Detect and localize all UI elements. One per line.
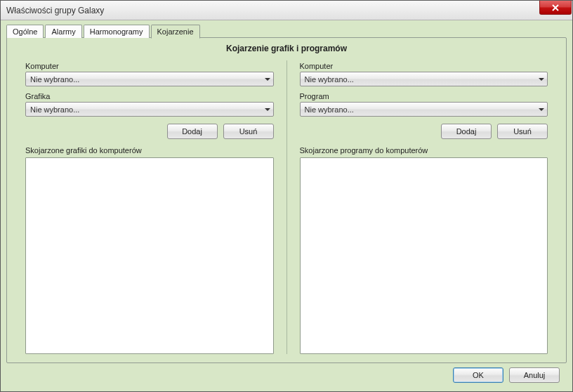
chevron-down-icon <box>265 78 270 81</box>
client-area: Ogólne Alarmy Harmonogramy Kojarzenie Ko… <box>1 20 572 391</box>
tab-label: Harmonogramy <box>90 27 143 36</box>
cancel-button[interactable]: Anuluj <box>509 367 560 383</box>
combo-value: Nie wybrano... <box>30 75 79 84</box>
right-komputer-label: Komputer <box>300 62 548 70</box>
close-icon <box>552 4 559 11</box>
combo-value: Nie wybrano... <box>305 105 354 114</box>
left-komputer-label: Komputer <box>25 62 274 70</box>
left-column: Komputer Nie wybrano... Grafika Nie wybr… <box>15 60 284 354</box>
column-divider <box>286 60 287 354</box>
right-button-row: Dodaj Usuń <box>300 124 548 139</box>
close-button[interactable] <box>539 1 572 15</box>
tab-label: Ogólne <box>13 27 37 36</box>
left-listbox[interactable] <box>25 157 274 354</box>
right-program-combo[interactable]: Nie wybrano... <box>300 102 548 117</box>
left-komputer-combo[interactable]: Nie wybrano... <box>25 72 274 86</box>
window-title: Właściwości grupy Galaxy <box>6 6 104 15</box>
titlebar: Właściwości grupy Galaxy <box>1 1 572 20</box>
right-program-label: Program <box>300 92 548 100</box>
left-button-row: Dodaj Usuń <box>25 124 274 139</box>
panel-title: Kojarzenie grafik i programów <box>15 44 558 53</box>
dialog-window: Właściwości grupy Galaxy Ogólne Alarmy H… <box>0 0 573 392</box>
left-grafika-label: Grafika <box>25 92 274 100</box>
right-list-label: Skojarzone programy do komputerów <box>300 146 548 155</box>
left-list-label: Skojarzone grafiki do komputerów <box>25 146 274 155</box>
tab-alarmy[interactable]: Alarmy <box>45 25 81 38</box>
tab-label: Alarmy <box>51 27 75 36</box>
tab-strip: Ogólne Alarmy Harmonogramy Kojarzenie <box>6 25 567 38</box>
right-remove-button[interactable]: Usuń <box>497 124 548 139</box>
chevron-down-icon <box>539 78 544 81</box>
tab-kojarzenie[interactable]: Kojarzenie <box>151 25 200 39</box>
right-komputer-combo[interactable]: Nie wybrano... <box>300 72 548 86</box>
chevron-down-icon <box>265 108 270 111</box>
right-column: Komputer Nie wybrano... Program Nie wybr… <box>290 60 558 354</box>
tab-label: Kojarzenie <box>157 27 194 36</box>
combo-value: Nie wybrano... <box>30 105 79 114</box>
left-grafika-combo[interactable]: Nie wybrano... <box>25 102 274 117</box>
left-remove-button[interactable]: Usuń <box>223 124 274 139</box>
combo-value: Nie wybrano... <box>305 75 354 84</box>
chevron-down-icon <box>539 108 544 111</box>
left-add-button[interactable]: Dodaj <box>167 124 218 139</box>
tab-panel-kojarzenie: Kojarzenie grafik i programów Komputer N… <box>6 37 567 363</box>
ok-button[interactable]: OK <box>453 367 503 383</box>
right-add-button[interactable]: Dodaj <box>441 124 492 139</box>
tab-ogolne[interactable]: Ogólne <box>6 25 44 38</box>
dialog-footer: OK Anuluj <box>6 363 567 386</box>
tab-harmonogramy[interactable]: Harmonogramy <box>84 25 150 38</box>
right-listbox[interactable] <box>300 157 548 354</box>
columns: Komputer Nie wybrano... Grafika Nie wybr… <box>15 60 558 354</box>
